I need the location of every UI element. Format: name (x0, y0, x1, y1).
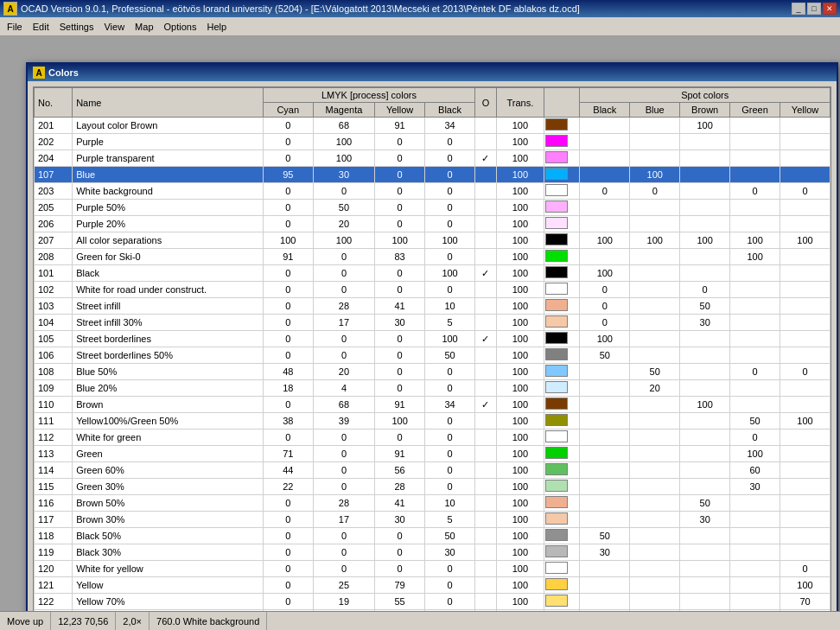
table-row[interactable]: 106Street borderlines 50%0005010050 (35, 347, 830, 364)
menu-file[interactable]: File (2, 20, 28, 34)
col-header-name: Name (73, 88, 264, 118)
table-row[interactable]: 102White for road under construct.000010… (35, 282, 830, 298)
menu-help[interactable]: Help (201, 20, 232, 34)
status-tool: Move up (0, 612, 51, 630)
table-row[interactable]: 201Layout color Brown0689134100100 (35, 118, 830, 134)
colors-table-container[interactable]: No. Name LMYK [process] colors O Trans. … (33, 86, 831, 611)
color-swatch (545, 184, 568, 196)
color-swatch (545, 512, 568, 525)
main-content-area: A Colors No. Name LMYK [process] colo (0, 36, 840, 611)
menu-options[interactable]: Options (159, 20, 202, 34)
color-swatch (545, 118, 568, 130)
table-row[interactable]: 203White background00001000000 (35, 183, 830, 200)
color-swatch (545, 365, 568, 377)
color-swatch (545, 233, 568, 245)
color-swatch (545, 595, 568, 607)
col-header-spot-blue: Blue (630, 103, 680, 118)
col-header-o: O (475, 88, 497, 118)
color-swatch (545, 496, 568, 508)
maximize-button[interactable]: □ (807, 3, 821, 15)
table-row[interactable]: 105Street borderlines000100✓100100 (35, 331, 830, 347)
menu-edit[interactable]: Edit (28, 20, 54, 34)
table-row[interactable]: 109Blue 20%1840010020 (35, 380, 830, 397)
color-swatch (545, 578, 568, 590)
color-swatch (545, 430, 568, 442)
color-swatch (545, 283, 568, 295)
table-row[interactable]: 208Green for Ski-0910830100100 (35, 249, 830, 265)
table-row[interactable]: 113Green710910100100 (35, 446, 830, 462)
dialog-icon: A (33, 67, 45, 79)
table-row[interactable]: 205Purple 50%05000100 (35, 200, 830, 216)
table-row[interactable]: 104Street infill 30%017305100030 (35, 315, 830, 331)
minimize-button[interactable]: _ (792, 3, 805, 15)
table-row[interactable]: 122Yellow 70%01955010070 (35, 594, 830, 610)
color-swatch (545, 398, 568, 410)
col-header-magenta: Magenta (313, 103, 374, 118)
status-bar: Move up 12,23 70,56 2,0× 760.0 White bac… (0, 611, 840, 630)
outer-title-bar: A OCAD Version 9.0.1, Professional - eöt… (0, 0, 840, 17)
colors-table: No. Name LMYK [process] colors O Trans. … (34, 87, 830, 611)
table-row[interactable]: 115Green 30%22028010030 (35, 479, 830, 495)
color-swatch (545, 545, 568, 557)
color-swatch (545, 414, 568, 426)
color-swatch (545, 463, 568, 475)
color-swatch (545, 562, 568, 574)
table-row[interactable]: 114Green 60%44056010060 (35, 462, 830, 479)
app-outer: A OCAD Version 9.0.1, Professional - eöt… (0, 0, 840, 630)
table-row[interactable]: 120White for yellow00001000 (35, 561, 830, 577)
table-row[interactable]: 207All color separations1001001001001001… (35, 232, 830, 249)
close-button[interactable]: ✕ (823, 3, 837, 15)
dialog-content: No. Name LMYK [process] colors O Trans. … (28, 81, 837, 611)
color-swatch (545, 266, 568, 278)
color-swatch (545, 348, 568, 360)
color-swatch (545, 168, 568, 180)
table-row[interactable]: 121Yellow025790100100 (35, 577, 830, 594)
color-swatch (545, 315, 568, 328)
col-header-spot-yellow: Yellow (780, 103, 830, 118)
main-app-window: A OCAD Version 9.0.1, Professional - eöt… (0, 0, 840, 630)
table-row[interactable]: 103Street infill0284110100050 (35, 298, 830, 315)
table-row[interactable]: 101Black000100✓100100 (35, 265, 830, 282)
menu-map[interactable]: Map (130, 20, 158, 34)
col-header-trans: Trans. (496, 88, 544, 118)
col-header-cmyk-group: LMYK [process] colors (263, 88, 474, 103)
table-row[interactable]: 204Purple transparent010000✓100 (35, 150, 830, 167)
colors-dialog: A Colors No. Name LMYK [process] colo (26, 62, 838, 611)
col-header-yellow: Yellow (375, 103, 425, 118)
dialog-title-text: Colors (48, 67, 79, 78)
color-swatch (545, 529, 568, 541)
table-row[interactable]: 110Brown0689134✓100100 (35, 397, 830, 413)
app-menubar: File Edit Settings View Map Options Help (0, 17, 840, 36)
color-swatch (545, 381, 568, 393)
menu-settings[interactable]: Settings (54, 20, 99, 34)
col-header-spot-black: Black (580, 103, 630, 118)
app-title: OCAD Version 9.0.1, Professional - eötvö… (21, 3, 580, 14)
color-swatch (545, 217, 568, 229)
table-row[interactable]: 108Blue 50%4820001005000 (35, 364, 830, 380)
dialog-title-bar: A Colors (28, 64, 837, 81)
color-swatch (545, 200, 568, 213)
table-row[interactable]: 202Purple010000100 (35, 134, 830, 150)
status-info: 760.0 White background (150, 612, 267, 630)
table-row[interactable]: 107Blue953000100100 (35, 167, 830, 183)
table-row[interactable]: 116Brown 50%028411010050 (35, 495, 830, 512)
status-zoom: 2,0× (116, 612, 150, 630)
table-row[interactable]: 119Black 30%0003010030 (35, 544, 830, 561)
col-header-black: Black (425, 103, 475, 118)
table-row[interactable]: 117Brown 30%01730510030 (35, 512, 830, 528)
col-header-no: No. (35, 88, 73, 118)
table-row[interactable]: 206Purple 20%02000100 (35, 216, 830, 232)
table-row[interactable]: 111Yellow100%/Green 50%3839100010050100 (35, 413, 830, 430)
menu-view[interactable]: View (99, 20, 130, 34)
col-header-spot-brown: Brown (680, 103, 730, 118)
status-coords: 12,23 70,56 (51, 612, 116, 630)
color-swatch (545, 250, 568, 262)
table-row[interactable]: 118Black 50%0005010050 (35, 528, 830, 544)
col-header-spot-green: Green (730, 103, 780, 118)
app-icon: A (3, 2, 17, 16)
table-row[interactable]: 112White for green00001000 (35, 430, 830, 446)
col-header-cyan: Cyan (263, 103, 313, 118)
col-header-swatch (544, 88, 579, 118)
color-swatch (545, 135, 568, 147)
color-swatch (545, 447, 568, 459)
